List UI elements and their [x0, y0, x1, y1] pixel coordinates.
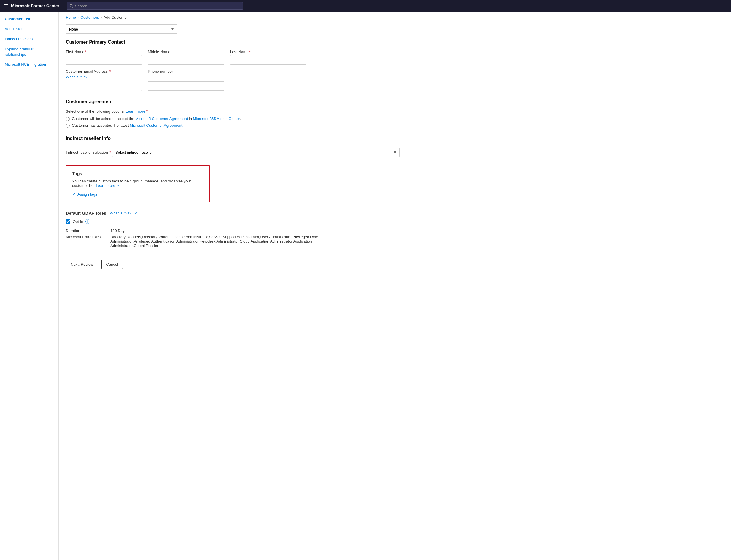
sidebar: Customer List Administer Indirect resell… — [0, 12, 59, 560]
email-group: Customer Email Address * What is this? — [66, 69, 142, 91]
optin-info-icon[interactable]: i — [85, 219, 90, 224]
sidebar-item-expiring-granular[interactable]: Expiring granular relationships — [0, 44, 58, 60]
gdap-entra-row: Microsoft Entra roles Directory Readers,… — [66, 235, 330, 248]
gdap-details: Duration 180 Days Microsoft Entra roles … — [66, 229, 330, 248]
breadcrumb-home[interactable]: Home — [66, 15, 76, 20]
email-phone-row: Customer Email Address * What is this? P… — [66, 69, 724, 91]
agreement-section: Customer agreement Select one of the fol… — [66, 99, 724, 128]
assign-tags-button[interactable]: ✓ Assign tags — [72, 192, 203, 197]
search-icon — [70, 4, 73, 8]
agreement-option2: Customer has accepted the latest Microso… — [66, 123, 724, 128]
optin-checkbox[interactable] — [66, 219, 70, 224]
next-review-button[interactable]: Next: Review — [66, 260, 98, 269]
name-row: First Name* Middle Name Last Name* — [66, 50, 724, 65]
gdap-what-is-this-link[interactable]: What is this? ↗ — [110, 211, 137, 215]
gdap-header: Default GDAP roles What is this? ↗ — [66, 211, 724, 216]
breadcrumb-current: Add Customer — [104, 15, 128, 20]
gdap-entra-value: Directory Readers,Directory Writers,Lice… — [110, 235, 330, 248]
gdap-title: Default GDAP roles — [66, 211, 106, 216]
svg-line-1 — [72, 6, 73, 7]
assign-tags-checkmark: ✓ — [72, 192, 76, 197]
indirect-select-container: Indirect reseller selection * Select ind… — [66, 146, 724, 157]
cancel-button[interactable]: Cancel — [101, 260, 123, 269]
phone-input[interactable] — [148, 81, 224, 91]
phone-label: Phone number — [148, 69, 224, 74]
mca-link-2[interactable]: Microsoft Customer Agreement — [130, 123, 182, 128]
last-name-group: Last Name* — [230, 50, 306, 65]
gdap-entra-label: Microsoft Entra roles — [66, 235, 107, 248]
gdap-duration-label: Duration — [66, 229, 107, 233]
topbar: Microsoft Partner Center — [0, 0, 731, 12]
sidebar-item-indirect-resellers[interactable]: Indirect resellers — [0, 34, 58, 44]
agreement-radio-2[interactable] — [66, 124, 70, 128]
tags-section: Tags You can create custom tags to help … — [66, 165, 209, 202]
agreement-option2-text: Customer has accepted the latest Microso… — [72, 123, 183, 128]
breadcrumb-sep-2: › — [101, 16, 102, 19]
middle-name-label: Middle Name — [148, 50, 224, 54]
middle-name-group: Middle Name — [148, 50, 224, 65]
svg-point-0 — [70, 4, 72, 7]
sidebar-item-administer[interactable]: Administer — [0, 24, 58, 34]
agreement-radio-1[interactable] — [66, 117, 70, 121]
optin-row: Opt-in i — [66, 219, 724, 224]
indirect-reseller-section: Indirect reseller info Indirect reseller… — [66, 136, 724, 157]
middle-name-input[interactable] — [148, 55, 224, 65]
footer-buttons: Next: Review Cancel — [66, 260, 724, 269]
first-name-input[interactable] — [66, 55, 142, 65]
main-content: Home › Customers › Add Customer None Cus… — [59, 12, 731, 560]
breadcrumb-customers[interactable]: Customers — [80, 15, 99, 20]
main-layout: Customer List Administer Indirect resell… — [0, 12, 731, 560]
tags-title: Tags — [72, 171, 203, 176]
primary-contact-title: Customer Primary Contact — [66, 40, 724, 45]
gdap-duration-value: 180 Days — [110, 229, 330, 233]
breadcrumb: Home › Customers › Add Customer — [66, 15, 724, 20]
email-label: Customer Email Address * — [66, 69, 142, 74]
tags-desc: You can create custom tags to help group… — [72, 179, 203, 188]
first-name-group: First Name* — [66, 50, 142, 65]
agreement-learn-more-link[interactable]: Learn more — [126, 109, 145, 114]
none-dropdown[interactable]: None — [66, 24, 177, 34]
primary-contact-section: Customer Primary Contact First Name* Mid… — [66, 40, 724, 91]
tags-learn-more-link[interactable]: Learn more — [96, 183, 115, 188]
agreement-option1: Customer will be asked to accept the Mic… — [66, 116, 724, 121]
mca-link-1[interactable]: Microsoft Customer Agreement — [135, 116, 188, 121]
sidebar-item-nce-migration[interactable]: Microsoft NCE migration — [0, 60, 58, 70]
agreement-title: Customer agreement — [66, 99, 724, 104]
indirect-reseller-title: Indirect reseller info — [66, 136, 724, 141]
external-link-icon: ↗ — [134, 211, 137, 215]
search-input[interactable] — [75, 4, 240, 8]
indirect-reseller-select[interactable]: Select indirect reseller — [112, 148, 400, 157]
agreement-option1-text: Customer will be asked to accept the Mic… — [72, 116, 241, 121]
app-title: Microsoft Partner Center — [11, 4, 59, 8]
gdap-section: Default GDAP roles What is this? ↗ Opt-i… — [66, 211, 724, 248]
last-name-label: Last Name* — [230, 50, 306, 54]
first-name-label: First Name* — [66, 50, 142, 54]
email-what-is-this-link[interactable]: What is this? — [66, 75, 142, 79]
gdap-duration-row: Duration 180 Days — [66, 229, 330, 233]
agreement-intro-text: Select one of the following options: Lea… — [66, 109, 724, 114]
phone-group: Phone number — [148, 69, 224, 91]
breadcrumb-sep-1: › — [78, 16, 79, 19]
search-bar[interactable] — [67, 2, 243, 10]
indirect-reseller-label: Indirect reseller selection * — [66, 150, 112, 155]
optin-label: Opt-in — [73, 219, 83, 224]
none-dropdown-container: None — [66, 24, 724, 34]
hamburger-icon[interactable] — [4, 4, 8, 8]
sidebar-item-customer-list[interactable]: Customer List — [0, 14, 58, 24]
last-name-input[interactable] — [230, 55, 306, 65]
m365-admin-link[interactable]: Microsoft 365 Admin Center — [193, 116, 240, 121]
email-input[interactable] — [66, 82, 142, 91]
assign-tags-label: Assign tags — [77, 192, 97, 197]
